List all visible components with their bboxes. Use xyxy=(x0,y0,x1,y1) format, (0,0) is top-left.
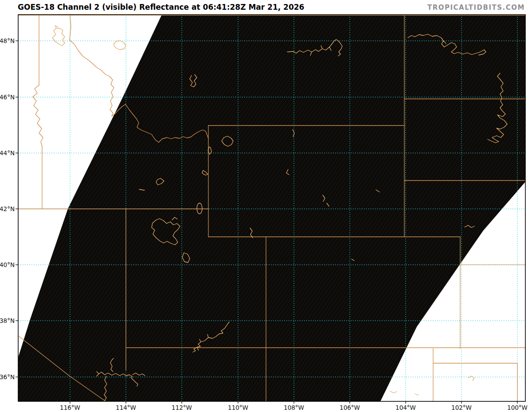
lat-label: 40°N xyxy=(0,261,15,268)
lat-label: 44°N xyxy=(0,149,15,157)
lat-label: 48°N xyxy=(0,37,15,44)
lon-label: 108°W xyxy=(284,404,304,411)
lon-label: 102°W xyxy=(451,404,472,411)
lon-label: 110°W xyxy=(228,404,248,411)
lat-label: 42°N xyxy=(0,205,15,212)
lon-label: 106°W xyxy=(340,404,360,411)
page-title: GOES-18 Channel 2 (visible) Reflectance … xyxy=(18,3,304,12)
lon-label: 114°W xyxy=(116,404,136,411)
satellite-swath xyxy=(18,15,525,401)
lat-label: 36°N xyxy=(0,373,15,381)
lat-label: 38°N xyxy=(0,317,15,324)
latitude-labels: 48°N 46°N 44°N 42°N 40°N 38°N 36°N xyxy=(0,37,15,381)
lon-label: 112°W xyxy=(172,404,192,411)
lon-label: 116°W xyxy=(60,404,80,411)
lon-label: 104°W xyxy=(395,404,416,411)
lon-label: 100°W xyxy=(507,404,528,411)
longitude-labels: 116°W 114°W 112°W 110°W 108°W 106°W 104°… xyxy=(60,404,528,411)
watermark-text: TROPICALTIDBITS.COM xyxy=(427,4,525,12)
lat-label: 46°N xyxy=(0,94,15,101)
satellite-map: 116°W 114°W 112°W 110°W 108°W 106°W 104°… xyxy=(0,0,532,412)
satellite-image-page: GOES-18 Channel 2 (visible) Reflectance … xyxy=(0,0,532,412)
